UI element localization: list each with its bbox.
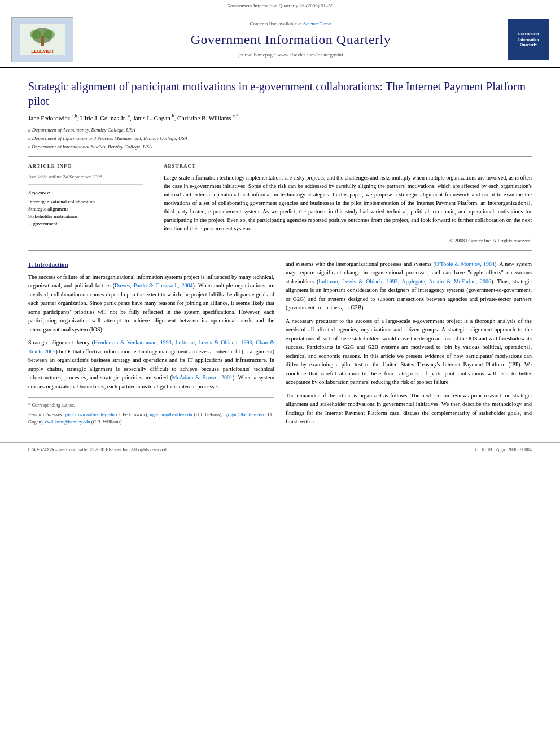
authors-line: Jane Fedorowicz a,b, Ulric J. Gelinas Jr… xyxy=(28,113,532,123)
abstract-text: Large-scale information technology imple… xyxy=(164,173,532,233)
ref-henderson: Henderson & Venkatraman, 1993; Luftman, … xyxy=(28,339,274,355)
section1-para5: The remainder of the article is organize… xyxy=(286,391,532,426)
journal-title-block: Contents lists available at ScienceDirec… xyxy=(73,20,508,59)
elsevier-logo: ELSEVIER xyxy=(11,17,73,62)
body-two-col: 1. Introduction The success or failure o… xyxy=(28,260,532,431)
ref-luftman2: Luftman, Lewis & Oldach, 1993; Applegate… xyxy=(318,278,491,285)
authors-text: Jane Fedorowicz a,b, Ulric J. Gelinas Jr… xyxy=(28,115,238,121)
journal-citation: Government Information Quarterly 26 (200… xyxy=(0,0,560,11)
affiliation-c: c Department of International Studies, B… xyxy=(28,143,532,151)
svg-rect-2 xyxy=(41,36,44,46)
article-info-column: ARTICLE INFO Available online 24 Septemb… xyxy=(28,163,152,244)
keywords-label: Keywords: xyxy=(28,189,143,196)
giq-logo-text: Government Information Quarterly xyxy=(518,32,539,47)
citation-text: Government Information Quarterly 26 (200… xyxy=(226,3,333,8)
keywords-block: Keywords: Interorganizational collaborat… xyxy=(28,189,143,228)
svg-point-3 xyxy=(30,30,41,39)
affiliation-b: b Department of Information and Process … xyxy=(28,135,532,142)
sciencedirect-label: Contents lists available at xyxy=(250,21,302,27)
keyword-2: Strategic alignment xyxy=(28,206,143,213)
section-divider xyxy=(28,156,532,157)
main-content: Strategic alignment of participant motiv… xyxy=(0,68,560,442)
affiliation-a: a Department of Accountancy, Bentley Col… xyxy=(28,126,532,134)
article-title: Strategic alignment of participant motiv… xyxy=(28,79,532,108)
ref-mcadam: McAdam & Brown, 2001 xyxy=(172,374,233,381)
ref-dawes: Dawes, Pardo & Cresswell, 2004 xyxy=(115,282,193,289)
keyword-3: Stakeholder motivations xyxy=(28,213,143,220)
abstract-column: ABSTRACT Large-scale information technol… xyxy=(164,163,532,244)
corresponding-author-note: * Corresponding author. xyxy=(28,401,274,409)
svg-point-4 xyxy=(43,30,55,39)
sciencedirect-line: Contents lists available at ScienceDirec… xyxy=(73,20,508,28)
section1-para3: and systems with the interorganizational… xyxy=(286,260,532,312)
section1-para1: The success or failure of an interorgani… xyxy=(28,273,274,334)
bottom-bar: 0740-624X/$ – see front matter © 2008 El… xyxy=(0,442,560,455)
elsevier-logo-svg: ELSEVIER xyxy=(20,24,65,55)
sciencedirect-link[interactable]: ScienceDirect xyxy=(303,21,331,27)
giq-logo: Government Information Quarterly xyxy=(508,19,549,60)
keyword-4: E-government xyxy=(28,220,143,228)
article-title-block: Strategic alignment of participant motiv… xyxy=(28,73,532,151)
available-online: Available online 24 September 2008 xyxy=(28,173,143,185)
article-info-heading: ARTICLE INFO xyxy=(28,163,143,170)
section1-para2: Strategic alignment theory (Henderson & … xyxy=(28,338,274,391)
journal-header: ELSEVIER Contents lists available at Sci… xyxy=(0,11,560,68)
doi-text: doi:10.1016/j.giq.2008.03.004 xyxy=(474,446,532,453)
homepage-line: journal homepage: www.elsevier.com/locat… xyxy=(73,51,508,59)
body-col-left: 1. Introduction The success or failure o… xyxy=(28,260,274,431)
ref-otoole: O'Toole & Montjoy, 1984 xyxy=(435,261,495,267)
journal-title: Government Information Quarterly xyxy=(73,30,508,50)
body-col-right: and systems with the interorganizational… xyxy=(286,260,532,431)
article-info-abstract: ARTICLE INFO Available online 24 Septemb… xyxy=(28,163,532,244)
section1-heading: 1. Introduction xyxy=(28,260,274,269)
svg-text:ELSEVIER: ELSEVIER xyxy=(31,49,54,54)
email-footnote: E-mail addresses: jfedorowicz@bentley.ed… xyxy=(28,411,274,426)
copyright-line: © 2008 Elsevier Inc. All rights reserved… xyxy=(164,237,532,244)
body-divider xyxy=(28,250,532,251)
abstract-heading: ABSTRACT xyxy=(164,163,532,170)
section1-para4: A necessary precursor to the success of … xyxy=(286,317,532,387)
footnote-block: * Corresponding author. E-mail addresses… xyxy=(28,397,274,426)
issn-text: 0740-624X/$ – see front matter © 2008 El… xyxy=(28,446,168,453)
keyword-1: Interorganizational collaboration xyxy=(28,198,143,206)
